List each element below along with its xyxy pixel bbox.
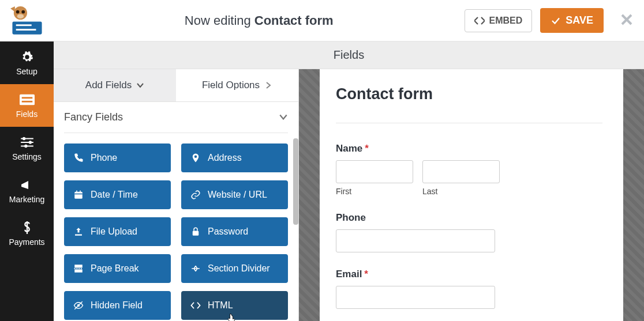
svg-rect-20 bbox=[74, 269, 83, 272]
sublabel-first: First bbox=[336, 187, 413, 196]
dollar-icon bbox=[20, 221, 35, 234]
field-type-label: Date / Time bbox=[91, 190, 138, 200]
svg-point-7 bbox=[17, 14, 24, 18]
rail-item-payments[interactable]: Payments bbox=[0, 212, 54, 255]
editing-form-name: Contact form bbox=[254, 13, 334, 28]
fields-panel: Add Fields Field Options Fancy Fields Ph… bbox=[54, 69, 299, 321]
rail-label: Fields bbox=[16, 109, 38, 119]
code-icon bbox=[190, 300, 201, 311]
editing-title: Now editing Contact form bbox=[54, 13, 465, 28]
svg-point-12 bbox=[28, 141, 31, 143]
divider bbox=[336, 123, 602, 123]
close-button[interactable] bbox=[620, 13, 634, 29]
svg-rect-0 bbox=[12, 21, 43, 35]
field-type-phone[interactable]: Phone bbox=[64, 143, 171, 172]
save-label: SAVE bbox=[566, 14, 593, 27]
pagebreak-icon bbox=[73, 263, 84, 274]
embed-button[interactable]: EMBED bbox=[465, 9, 533, 32]
field-type-html[interactable]: HTML bbox=[181, 291, 288, 320]
field-email[interactable]: Email * bbox=[336, 269, 602, 309]
rail-label: Setup bbox=[16, 67, 38, 76]
field-type-label: Password bbox=[208, 226, 248, 237]
close-icon bbox=[620, 13, 634, 27]
pin-icon bbox=[190, 153, 201, 163]
field-type-file-upload[interactable]: File Upload bbox=[64, 217, 171, 246]
bullhorn-icon bbox=[20, 179, 35, 191]
check-icon bbox=[551, 16, 561, 26]
field-type-label: Phone bbox=[91, 153, 117, 163]
field-type-label: Address bbox=[208, 153, 242, 163]
scrollbar[interactable] bbox=[293, 138, 298, 225]
svg-point-5 bbox=[16, 10, 19, 13]
svg-rect-19 bbox=[74, 265, 83, 267]
svg-point-13 bbox=[24, 145, 27, 148]
page-heading: Fields bbox=[54, 41, 644, 69]
field-type-label: HTML bbox=[208, 300, 233, 311]
top-bar: Now editing Contact form EMBED SAVE bbox=[0, 0, 644, 41]
lock-icon bbox=[190, 226, 201, 237]
rail-label: Marketing bbox=[9, 195, 44, 204]
field-type-hidden-field[interactable]: Hidden Field bbox=[64, 291, 171, 320]
phone-icon bbox=[73, 153, 84, 163]
email-input[interactable] bbox=[336, 286, 495, 309]
svg-point-6 bbox=[21, 10, 25, 13]
gear-icon bbox=[20, 51, 35, 63]
sublabel-last: Last bbox=[422, 187, 500, 196]
field-grid: PhoneAddressDate / TimeWebsite / URLFile… bbox=[54, 133, 298, 321]
tab-add-fields[interactable]: Add Fields bbox=[54, 69, 176, 102]
field-type-address[interactable]: Address bbox=[181, 143, 288, 172]
rail-item-settings[interactable]: Settings bbox=[0, 127, 54, 169]
chevron-right-icon bbox=[264, 81, 272, 89]
rail-label: Settings bbox=[12, 152, 42, 161]
field-name[interactable]: Name * First bbox=[336, 143, 602, 196]
divider-icon bbox=[190, 263, 201, 274]
section-label: Fancy Fields bbox=[64, 111, 123, 123]
field-type-password[interactable]: Password bbox=[181, 217, 288, 246]
code-icon bbox=[474, 17, 485, 25]
svg-rect-9 bbox=[21, 97, 32, 99]
field-type-label: Website / URL bbox=[208, 190, 267, 200]
tab-label: Add Fields bbox=[85, 80, 132, 91]
eye-off-icon bbox=[73, 300, 84, 311]
field-label: Phone bbox=[336, 212, 366, 224]
field-type-label: Hidden Field bbox=[91, 300, 143, 311]
form-icon bbox=[20, 93, 35, 106]
field-type-website-url[interactable]: Website / URL bbox=[181, 180, 288, 209]
form-canvas[interactable]: Contact form Name * Fi bbox=[320, 69, 644, 321]
required-indicator: * bbox=[365, 143, 369, 154]
field-type-label: Section Divider bbox=[208, 263, 270, 274]
field-type-page-break[interactable]: Page Break bbox=[64, 254, 171, 283]
field-type-label: File Upload bbox=[91, 226, 137, 237]
editing-prefix: Now editing bbox=[185, 13, 251, 28]
rail-item-marketing[interactable]: Marketing bbox=[0, 169, 54, 212]
field-type-section-divider[interactable]: Section Divider bbox=[181, 254, 288, 283]
embed-label: EMBED bbox=[489, 16, 523, 26]
field-phone[interactable]: Phone bbox=[336, 212, 602, 252]
rail-item-fields[interactable]: Fields bbox=[0, 84, 54, 127]
phone-input[interactable] bbox=[336, 229, 495, 252]
svg-point-11 bbox=[22, 137, 25, 140]
field-type-label: Page Break bbox=[91, 263, 139, 274]
chevron-down-icon bbox=[136, 81, 144, 89]
form-title: Contact form bbox=[336, 85, 602, 103]
last-name-input[interactable] bbox=[422, 160, 500, 183]
app-logo bbox=[0, 5, 54, 36]
field-label: Name bbox=[336, 143, 362, 154]
first-name-input[interactable] bbox=[336, 160, 413, 183]
cursor-pointer-icon bbox=[226, 313, 237, 321]
chevron-down-icon bbox=[279, 112, 288, 122]
save-button[interactable]: SAVE bbox=[540, 8, 604, 33]
tab-label: Field Options bbox=[202, 80, 260, 91]
svg-rect-18 bbox=[193, 231, 199, 235]
field-type-date-time[interactable]: Date / Time bbox=[64, 180, 171, 209]
tab-field-options[interactable]: Field Options bbox=[176, 69, 298, 102]
section-fancy-fields[interactable]: Fancy Fields bbox=[64, 102, 288, 133]
svg-rect-14 bbox=[74, 192, 83, 199]
svg-rect-8 bbox=[20, 95, 35, 105]
left-rail: Setup Fields Settings Marketing Payments bbox=[0, 41, 54, 321]
required-indicator: * bbox=[364, 269, 368, 280]
field-label: Email bbox=[336, 269, 362, 280]
svg-rect-10 bbox=[21, 101, 32, 103]
rail-item-setup[interactable]: Setup bbox=[0, 41, 54, 84]
upload-icon bbox=[73, 226, 84, 237]
